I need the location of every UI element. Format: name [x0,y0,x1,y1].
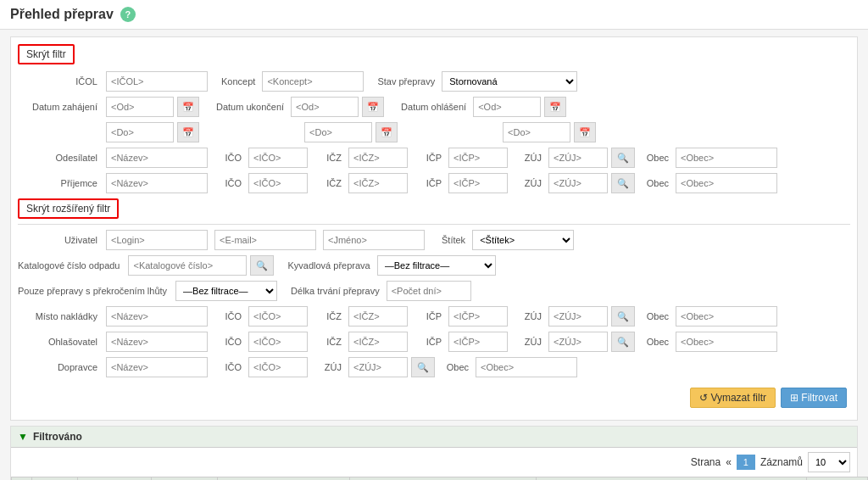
dopravce-label: Dopravce [18,362,103,372]
dopravce-ico-input[interactable] [248,357,308,377]
odesilatel-ico-label: IČO [211,153,245,163]
koncept-input[interactable] [262,71,364,92]
zaznamu-select[interactable]: 10 25 50 [808,452,850,472]
datum-ohlaseni-od-cal[interactable]: 📅 [544,97,566,117]
datum-zahajeni-do-input[interactable] [106,122,174,142]
dopravce-obec-input[interactable] [476,357,577,377]
ohlasovatel-obec-input[interactable] [676,332,777,352]
page-1-button[interactable]: 1 [737,455,755,470]
col-icol[interactable]: IČOL ⇅ [78,477,152,481]
datum-zahajeni-do-cal[interactable]: 📅 [177,122,199,142]
datum-ohlaseni-do-cal[interactable]: 📅 [574,122,596,142]
ohlasovatel-search-button[interactable]: 🔍 [611,332,635,352]
filter-section: Skrýt filtr IČOL Koncept Stav přepravy S… [10,36,858,421]
prijemce-zuj-input[interactable] [548,173,608,193]
odesilatel-icz-label: IČZ [311,153,345,163]
misto-icz-input[interactable] [348,306,408,327]
col-akce[interactable]: Akce ? [32,477,78,481]
hide-filter-button[interactable]: Skrýt filtr [18,44,75,64]
odesilatel-icp-input[interactable] [448,148,508,168]
col-checkbox [12,477,32,481]
prijemce-icz-input[interactable] [348,173,408,193]
datum-ukonceni-od-cal[interactable]: 📅 [362,97,384,117]
uzivatel-login-input[interactable] [106,230,208,250]
prev-page: « [726,456,732,468]
misto-icp-input[interactable] [448,306,508,327]
odesilatel-zuj-label: ZÚJ [511,153,545,163]
prijemce-icp-input[interactable] [448,173,508,193]
filter-row-prijemce: Příjemce IČO IČZ IČP ZÚJ 🔍 Obec [18,173,850,193]
col-stav[interactable]: Stav ⇅ [807,477,868,481]
col-datum: Datum Zahájení ⇅ Ukončení ⇅ [218,477,349,481]
misto-icz-label: IČZ [311,311,345,321]
prijemce-nazev-input[interactable] [106,173,208,193]
main-content: Skrýt filtr IČOL Koncept Stav přepravy S… [0,30,868,480]
katalog-input[interactable] [128,255,247,276]
prijemce-obec-input[interactable] [676,173,777,193]
ohlasovatel-icp-label: IČP [411,337,445,347]
filter-icon-green: ▼ [18,431,28,443]
katalog-search-button[interactable]: 🔍 [250,255,274,276]
filter-row-ohlasovatel: Ohlašovatel IČO IČZ IČP ZÚJ 🔍 Obec [18,332,850,352]
ohlasovatel-zuj-label: ZÚJ [511,337,545,347]
stitek-select[interactable]: <Štítek> [472,230,574,250]
misto-nazev-input[interactable] [106,306,208,327]
datum-zahajeni-od-input[interactable] [106,97,174,117]
kyvadlova-select[interactable]: —Bez filtrace— Ano Ne [377,255,496,276]
datum-ohlaseni-od-input[interactable] [473,97,541,117]
odesilatel-obec-input[interactable] [676,148,777,168]
delka-input[interactable] [387,281,471,301]
odesilatel-search-button[interactable]: 🔍 [611,148,635,168]
datum-ukonceni-do-input[interactable] [304,122,372,142]
dopravce-nazev-input[interactable] [106,357,208,377]
dopravce-search-button[interactable]: 🔍 [411,357,435,377]
misto-zuj-input[interactable] [548,306,608,327]
ohlasovatel-ico-input[interactable] [248,332,308,352]
stav-prepravy-select[interactable]: Stornovaná Aktivní Ukončená [442,71,577,92]
stitek-label: Štítek [442,235,465,245]
datum-zahajeni-od-cal[interactable]: 📅 [177,97,199,117]
prekroceni-select[interactable]: —Bez filtrace— Ano Ne [175,281,277,301]
hide-extended-filter-button[interactable]: Skrýt rozšířený filtr [18,198,119,219]
odesilatel-ico-input[interactable] [248,148,308,168]
ohlasovatel-obec-label: Obec [638,337,672,347]
datum-ukonceni-od-input[interactable] [291,97,359,117]
table-header-row: Akce ? IČOL ⇅ Ohlášení ⇅ Datum Zahájení … [12,477,869,481]
filter-row-dopravce: Dopravce IČO ZÚJ 🔍 Obec [18,357,850,377]
ohlasovatel-nazev-input[interactable] [106,332,208,352]
icol-input[interactable] [106,71,208,92]
misto-icp-label: IČP [411,311,445,321]
ohlasovatel-zuj-input[interactable] [548,332,608,352]
stav-label: Stav přepravy [377,76,435,87]
odesilatel-icz-input[interactable] [348,148,408,168]
ohlasovatel-icp-input[interactable] [448,332,508,352]
ohlasovatel-icz-input[interactable] [348,332,408,352]
misto-obec-input[interactable] [676,306,777,327]
dopravce-ico-label: IČO [211,362,245,372]
ohlasovatel-icz-label: IČZ [311,337,345,347]
uzivatel-label: Uživatel [18,235,103,245]
dopravce-zuj-input[interactable] [348,357,408,377]
uzivatel-jmeno-input[interactable] [323,230,425,250]
katalog-label: Katalogové číslo odpadu [18,260,125,271]
uzivatel-email-input[interactable] [214,230,316,250]
help-icon[interactable]: ? [120,7,136,22]
refresh-icon: ↺ [699,392,708,404]
clear-filter-button[interactable]: ↺ Vymazat filtr [690,388,776,408]
page-header: Přehled přeprav ? [0,0,868,30]
results-table: Akce ? IČOL ⇅ Ohlášení ⇅ Datum Zahájení … [11,477,868,480]
col-ohlaseni[interactable]: Ohlášení ⇅ [152,477,218,481]
datum-ohlaseni-do-input[interactable] [503,122,570,142]
prijemce-search-button[interactable]: 🔍 [611,173,635,193]
datum-ukonceni-do-cal[interactable]: 📅 [376,122,398,142]
prijemce-icp-label: IČP [411,178,445,188]
prijemce-ico-input[interactable] [248,173,308,193]
filter-row-3: 📅 📅 📅 [18,122,850,142]
prijemce-zuj-label: ZÚJ [511,178,545,188]
filter-button[interactable]: ⊞ Filtrovat [781,388,847,408]
odesilatel-zuj-input[interactable] [548,148,608,168]
odesilatel-nazev-input[interactable] [106,148,208,168]
misto-search-button[interactable]: 🔍 [611,306,635,327]
misto-ico-input[interactable] [248,306,308,327]
odesilatel-label: Odesílatel [18,153,103,163]
